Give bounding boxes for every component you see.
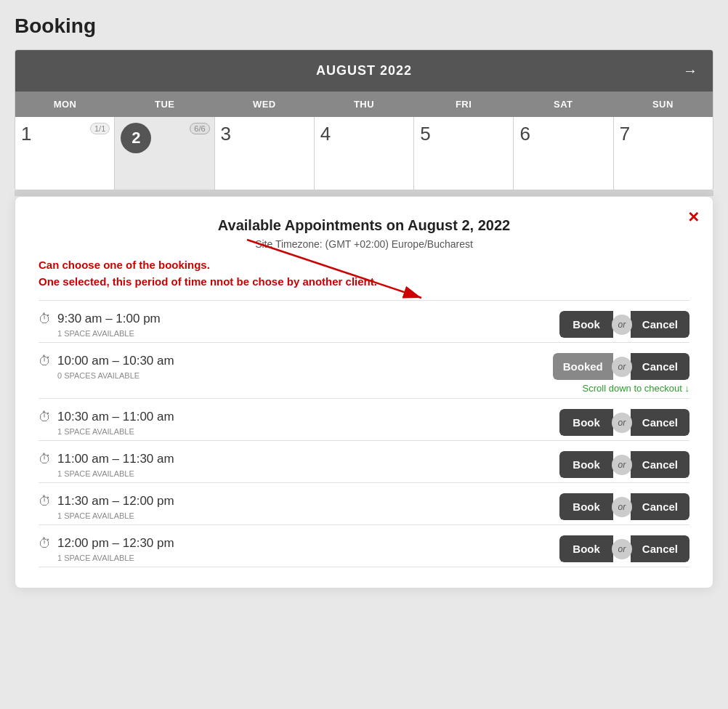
appointment-item: ⏱9:30 am – 1:00 pm1 SPACE AVAILABLEBooko…: [39, 300, 689, 342]
book-btn-group: BookorCancel: [559, 451, 689, 478]
appt-time: ⏱10:00 am – 10:30 am: [39, 354, 174, 369]
appointment-list: ⏱9:30 am – 1:00 pm1 SPACE AVAILABLEBooko…: [39, 300, 689, 567]
day-label-mon: MON: [15, 92, 115, 117]
next-month-button[interactable]: →: [683, 62, 698, 79]
book-btn-group: BookorCancel: [559, 409, 689, 436]
appointment-item: ⏱11:30 am – 12:00 pm1 SPACE AVAILABLEBoo…: [39, 482, 689, 524]
cancel-button[interactable]: Cancel: [631, 535, 689, 562]
appt-time-text: 11:30 am – 12:00 pm: [57, 494, 174, 509]
appt-row: ⏱10:00 am – 10:30 am0 SPACES AVAILABLEBo…: [39, 353, 689, 380]
appt-left: ⏱10:00 am – 10:30 am0 SPACES AVAILABLE: [39, 354, 174, 380]
clock-icon: ⏱: [39, 354, 52, 369]
calendar-cell-7[interactable]: 7: [614, 117, 713, 190]
cancel-button[interactable]: Cancel: [631, 493, 689, 520]
appointment-item: ⏱12:00 pm – 12:30 pm1 SPACE AVAILABLEBoo…: [39, 524, 689, 567]
calendar-cell-6[interactable]: 6: [514, 117, 612, 190]
cell-number: 1: [21, 123, 31, 145]
calendar-cell-2[interactable]: 26/6: [115, 117, 214, 190]
appointment-modal: ✕ Available Appointments on August 2, 20…: [15, 196, 713, 588]
book-button[interactable]: Book: [559, 311, 613, 338]
calendar-cell-1[interactable]: 11/1: [15, 117, 114, 190]
booked-button[interactable]: Booked: [553, 353, 613, 380]
cell-number: 6: [519, 123, 530, 145]
appt-time: ⏱9:30 am – 1:00 pm: [39, 312, 161, 327]
appt-spaces: 1 SPACE AVAILABLE: [39, 427, 174, 436]
calendar-grid: 11/126/634567: [15, 117, 713, 190]
modal-close-button[interactable]: ✕: [687, 208, 700, 226]
appointment-item: ⏱10:00 am – 10:30 am0 SPACES AVAILABLEBo…: [39, 342, 689, 398]
page-title: Booking: [15, 15, 713, 38]
appt-row: ⏱10:30 am – 11:00 am1 SPACE AVAILABLEBoo…: [39, 409, 689, 436]
appt-row: ⏱9:30 am – 1:00 pm1 SPACE AVAILABLEBooko…: [39, 311, 689, 338]
day-label-sat: SAT: [514, 92, 613, 117]
appt-spaces: 1 SPACE AVAILABLE: [39, 511, 174, 520]
calendar-header: AUGUST 2022 →: [15, 50, 713, 92]
cancel-button[interactable]: Cancel: [631, 311, 689, 338]
cell-number: 3: [221, 123, 231, 145]
modal-title: Available Appointments on August 2, 2022: [39, 217, 689, 234]
book-button[interactable]: Book: [559, 451, 613, 478]
day-label-tue: TUE: [115, 92, 214, 117]
cell-number: 2: [121, 123, 151, 153]
clock-icon: ⏱: [39, 536, 52, 551]
clock-icon: ⏱: [39, 452, 52, 467]
appt-time-text: 9:30 am – 1:00 pm: [57, 312, 161, 326]
cell-number: 4: [320, 123, 331, 145]
modal-notice: Can choose one of the bookings. One sele…: [39, 257, 689, 290]
or-separator: or: [612, 413, 632, 433]
appt-time-text: 11:00 am – 11:30 am: [57, 452, 174, 466]
book-btn-group: BookorCancel: [559, 311, 689, 338]
appt-row: ⏱11:30 am – 12:00 pm1 SPACE AVAILABLEBoo…: [39, 493, 689, 520]
appt-time-text: 12:00 pm – 12:30 pm: [57, 536, 174, 551]
appt-left: ⏱12:00 pm – 12:30 pm1 SPACE AVAILABLE: [39, 536, 174, 562]
appt-time: ⏱12:00 pm – 12:30 pm: [39, 536, 174, 551]
modal-subtitle: Site Timezone: (GMT +02:00) Europe/Bucha…: [39, 238, 689, 250]
appt-left: ⏱9:30 am – 1:00 pm1 SPACE AVAILABLE: [39, 312, 161, 338]
book-btn-group: BookorCancel: [559, 493, 689, 520]
cancel-button[interactable]: Cancel: [631, 409, 689, 436]
appt-time-text: 10:30 am – 11:00 am: [57, 410, 174, 424]
appt-spaces: 1 SPACE AVAILABLE: [39, 469, 174, 478]
cell-badge: 6/6: [190, 123, 209, 134]
day-label-thu: THU: [314, 92, 413, 117]
calendar-cell-3[interactable]: 3: [215, 117, 314, 190]
appt-left: ⏱11:30 am – 12:00 pm1 SPACE AVAILABLE: [39, 494, 174, 520]
calendar-month-label: AUGUST 2022: [316, 63, 412, 78]
book-btn-group: BookorCancel: [559, 535, 689, 562]
cell-number: 5: [420, 123, 430, 145]
or-separator: or: [612, 315, 632, 335]
appointment-item: ⏱11:00 am – 11:30 am1 SPACE AVAILABLEBoo…: [39, 440, 689, 482]
appt-row: ⏱12:00 pm – 12:30 pm1 SPACE AVAILABLEBoo…: [39, 535, 689, 562]
scroll-hint: Scroll down to checkout ↓: [39, 383, 689, 394]
appt-spaces: 1 SPACE AVAILABLE: [39, 329, 161, 338]
appt-time: ⏱11:30 am – 12:00 pm: [39, 494, 174, 509]
modal-container: ✕ Available Appointments on August 2, 20…: [15, 196, 713, 588]
book-button[interactable]: Book: [559, 493, 613, 520]
appt-left: ⏱10:30 am – 11:00 am1 SPACE AVAILABLE: [39, 410, 174, 436]
day-label-sun: SUN: [613, 92, 713, 117]
book-button[interactable]: Book: [559, 409, 613, 436]
book-button[interactable]: Book: [559, 535, 613, 562]
appt-time: ⏱10:30 am – 11:00 am: [39, 410, 174, 425]
day-label-fri: FRI: [414, 92, 514, 117]
or-separator: or: [612, 539, 632, 559]
book-btn-group: BookedorCancel: [553, 353, 689, 380]
appt-spaces: 0 SPACES AVAILABLE: [39, 371, 174, 380]
clock-icon: ⏱: [39, 410, 52, 425]
or-separator: or: [612, 497, 632, 517]
day-label-wed: WED: [214, 92, 314, 117]
appt-time-text: 10:00 am – 10:30 am: [57, 354, 174, 368]
clock-icon: ⏱: [39, 494, 52, 509]
appt-spaces: 1 SPACE AVAILABLE: [39, 554, 174, 562]
cancel-button[interactable]: Cancel: [631, 451, 689, 478]
appt-time: ⏱11:00 am – 11:30 am: [39, 452, 174, 467]
calendar-cell-5[interactable]: 5: [414, 117, 513, 190]
clock-icon: ⏱: [39, 312, 52, 327]
cancel-button[interactable]: Cancel: [631, 353, 689, 380]
calendar-cell-4[interactable]: 4: [315, 117, 413, 190]
calendar-days-header: MONTUEWEDTHUFRISATSUN: [15, 92, 713, 117]
appt-left: ⏱11:00 am – 11:30 am1 SPACE AVAILABLE: [39, 452, 174, 478]
or-separator: or: [612, 357, 632, 377]
cell-number: 7: [620, 123, 630, 145]
appt-row: ⏱11:00 am – 11:30 am1 SPACE AVAILABLEBoo…: [39, 451, 689, 478]
